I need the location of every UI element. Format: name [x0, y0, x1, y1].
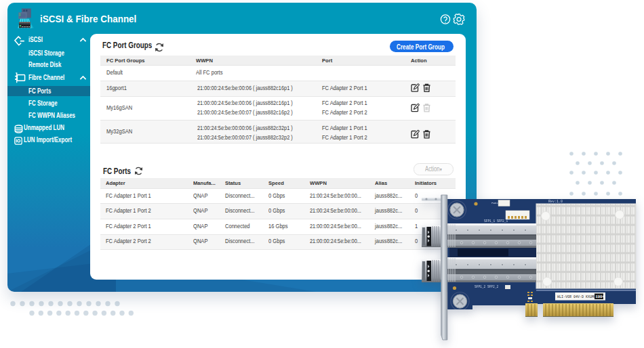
svg-text:FAN1: FAN1 [491, 202, 498, 204]
svg-text:1904: 1904 [596, 295, 605, 299]
svg-text:SFP1_1 SFP2_1: SFP1_1 SFP2_1 [484, 219, 508, 223]
svg-text:SFP1_2 SFP2_2: SFP1_2 SFP2_2 [475, 285, 498, 288]
svg-text:HLI-VGR 04V-D KXUM01: HLI-VGR 04V-D KXUM01 [557, 295, 598, 299]
svg-text:Rev:1.0: Rev:1.0 [548, 200, 563, 204]
